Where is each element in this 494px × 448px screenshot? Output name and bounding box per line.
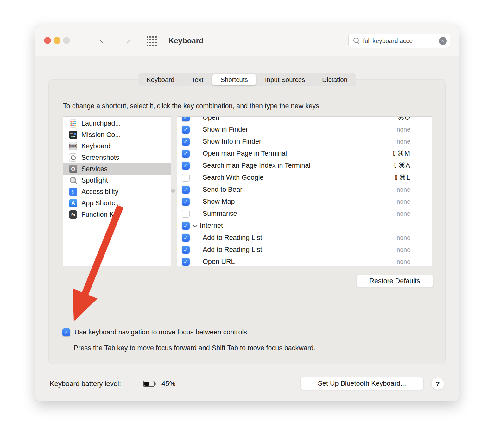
sidebar-item[interactable]: Services <box>63 163 171 175</box>
shortcut-row[interactable]: Show Info in Finder none <box>177 135 432 147</box>
shortcut-row[interactable]: Search With Google ⇧⌘L <box>177 171 432 184</box>
sidebar-item-label: Mission Co... <box>81 131 121 139</box>
tab-label: Input Sources <box>265 76 305 84</box>
sidebar-item[interactable]: Launchpad... <box>63 118 171 129</box>
system-preferences-window: Keyboard full keyboard acce × Keyboard T… <box>35 25 459 401</box>
shortcut-row-label: Open URL <box>203 258 235 266</box>
shortcut-row[interactable]: Add to Reading List none <box>177 232 432 244</box>
tab-bar: Keyboard Text Shortcuts Input Sources Di… <box>138 73 356 86</box>
pane-splitter-handle[interactable] <box>171 189 175 193</box>
battery-icon <box>143 381 155 387</box>
row-checkbox[interactable] <box>182 246 190 254</box>
shortcut-row[interactable]: Summarise none <box>177 208 432 220</box>
show-all-grid-button[interactable] <box>147 36 157 46</box>
row-checkbox[interactable] <box>182 116 190 121</box>
sidebar-item[interactable]: App Shortc... <box>63 197 171 209</box>
battery-percent: 45% <box>162 380 175 388</box>
tab-item[interactable]: Dictation <box>314 73 356 86</box>
row-checkbox[interactable] <box>182 186 190 194</box>
shortcut-row-label: Summarise <box>203 210 237 218</box>
sidebar-item-label: Accessibility <box>81 188 118 196</box>
help-button[interactable]: ? <box>431 377 444 390</box>
sidebar-item-label: Services <box>81 165 107 173</box>
row-checkbox[interactable] <box>182 198 190 206</box>
shortcut-keys: ⇧⌘A <box>392 161 410 170</box>
row-checkbox[interactable] <box>182 258 190 266</box>
row-checkbox[interactable] <box>182 210 190 218</box>
chevron-left-icon <box>100 37 106 43</box>
sidebar-item[interactable]: Spotlight <box>63 175 171 186</box>
title-bar: Keyboard full keyboard acce × <box>35 25 459 56</box>
clear-search-icon[interactable]: × <box>439 37 447 45</box>
restore-defaults-button[interactable]: Restore Defaults <box>356 275 433 288</box>
tab-item[interactable]: Shortcuts <box>212 74 256 85</box>
shortcut-row[interactable]: Add to Reading List none <box>177 244 432 256</box>
launchpad-icon <box>69 119 77 128</box>
tab-item[interactable]: Text <box>183 73 212 86</box>
shortcut-row[interactable]: Open URL none <box>177 256 432 266</box>
battery-level-label: Keyboard battery level: <box>50 380 121 388</box>
row-checkbox[interactable] <box>182 150 190 158</box>
sidebar-item-label: App Shortc... <box>81 199 121 207</box>
search-icon <box>353 37 360 44</box>
function-keys-icon <box>69 210 77 219</box>
row-checkbox[interactable] <box>182 222 190 230</box>
sidebar-item[interactable]: Keyboard <box>63 140 171 152</box>
accessibility-icon <box>69 188 77 196</box>
sidebar-item-label: Keyboard <box>81 142 111 150</box>
tab-label: Keyboard <box>147 76 174 84</box>
shortcut-keys: ⌃⌘O <box>392 116 410 121</box>
search-field[interactable]: full keyboard acce × <box>348 34 450 48</box>
close-button[interactable] <box>44 37 51 44</box>
setup-bluetooth-keyboard-button[interactable]: Set Up Bluetooth Keyboard... <box>300 377 424 390</box>
shortcut-keys: none <box>397 126 410 133</box>
sidebar-item-label: Function K... <box>81 211 120 219</box>
keyboard-navigation-setting: Use keyboard navigation to move focus be… <box>62 328 247 336</box>
sidebar-item[interactable]: Function K... <box>63 209 171 220</box>
row-checkbox[interactable] <box>182 234 190 242</box>
sidebar-item-label: Spotlight <box>81 177 108 184</box>
shortcut-row-label: Add to Reading List <box>203 246 262 254</box>
shortcut-row[interactable]: Send to Bear none <box>177 184 432 196</box>
shortcut-row-label: Show in Finder <box>203 126 248 134</box>
row-checkbox[interactable] <box>182 174 190 182</box>
shortcut-keys: none <box>397 186 410 193</box>
minimize-button[interactable] <box>54 37 60 44</box>
search-input[interactable]: full keyboard acce <box>363 37 439 45</box>
shortcut-row-label: Internet <box>200 222 223 230</box>
tab-item[interactable]: Input Sources <box>256 73 314 86</box>
shortcut-row[interactable]: Open man Page in Terminal ⇧⌘M <box>177 147 432 159</box>
sidebar-item[interactable]: Mission Co... <box>63 129 171 140</box>
sidebar-item[interactable]: Screenshots <box>63 152 171 163</box>
shortcut-row-label: Show Info in Finder <box>203 138 261 146</box>
keyboard-icon <box>69 142 77 150</box>
shortcut-row-label: Send to Bear <box>203 186 243 194</box>
shortcut-row[interactable]: Open ⌃⌘O <box>177 116 432 123</box>
shortcut-row[interactable]: Show Map none <box>177 196 432 208</box>
tab-label: Shortcuts <box>220 76 248 84</box>
shortcut-row[interactable]: Internet <box>177 220 432 232</box>
forward-button <box>124 37 130 44</box>
tab-label: Dictation <box>322 76 347 84</box>
row-checkbox[interactable] <box>182 162 190 170</box>
shortcut-row[interactable]: Show in Finder none <box>177 123 432 135</box>
window-title: Keyboard <box>168 25 204 56</box>
shortcut-keys: none <box>397 234 410 241</box>
instruction-text: To change a shortcut, select it, click t… <box>63 102 321 110</box>
tab-label: Text <box>192 76 204 84</box>
shortcut-row-label: Search With Google <box>203 174 263 182</box>
shortcut-keys: none <box>397 210 410 217</box>
chevron-down-icon[interactable] <box>193 223 198 227</box>
shortcut-row-label: Open <box>203 116 219 121</box>
keyboard-navigation-checkbox[interactable] <box>62 328 70 336</box>
mission-control-icon <box>69 131 77 139</box>
back-button[interactable] <box>99 37 106 44</box>
shortcut-categories-list: Launchpad... Mission Co... Keyboard Scre… <box>63 116 171 266</box>
shortcut-row[interactable]: Search man Page Index in Terminal ⇧⌘A <box>177 159 432 171</box>
row-checkbox[interactable] <box>182 126 190 134</box>
shortcut-keys: ⇧⌘L <box>393 173 410 182</box>
row-checkbox[interactable] <box>182 138 190 146</box>
screenshots-icon <box>69 153 77 162</box>
tab-item[interactable]: Keyboard <box>138 73 183 86</box>
sidebar-item[interactable]: Accessibility <box>63 186 171 197</box>
